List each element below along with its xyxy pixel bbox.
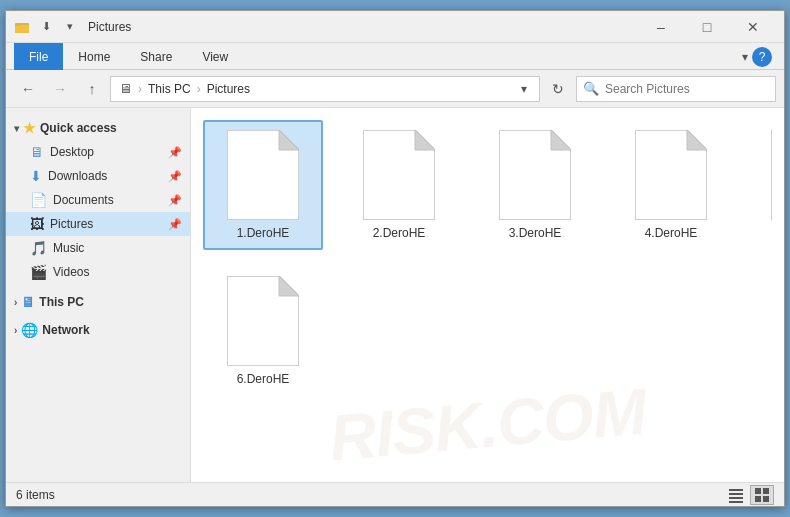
svg-rect-2 bbox=[15, 23, 21, 26]
back-button[interactable]: ← bbox=[14, 75, 42, 103]
downloads-icon: ⬇ bbox=[30, 168, 42, 184]
sidebar-section-network[interactable]: › 🌐 Network bbox=[6, 318, 190, 342]
sidebar-item-pictures[interactable]: 🖼 Pictures 📌 bbox=[6, 212, 190, 236]
forward-button[interactable]: → bbox=[46, 75, 74, 103]
svg-marker-6 bbox=[415, 130, 435, 150]
pin-icon-documents: 📌 bbox=[168, 194, 182, 207]
title-bar-controls: – □ ✕ bbox=[638, 11, 776, 43]
pin-icon-downloads: 📌 bbox=[168, 170, 182, 183]
sidebar-item-desktop[interactable]: 🖥 Desktop 📌 bbox=[6, 140, 190, 164]
up-button[interactable]: ↑ bbox=[78, 75, 106, 103]
svg-rect-20 bbox=[763, 488, 769, 494]
search-icon: 🔍 bbox=[583, 81, 599, 96]
tab-file[interactable]: File bbox=[14, 43, 63, 70]
quick-access-star-icon: ★ bbox=[23, 120, 36, 136]
svg-marker-8 bbox=[551, 130, 571, 150]
window: ⬇ ▾ Pictures – □ ✕ File Home Share View … bbox=[5, 10, 785, 507]
navigation-bar: ← → ↑ 🖥 › This PC › Pictures ▾ ↻ 🔍 bbox=[6, 70, 784, 108]
svg-rect-21 bbox=[755, 496, 761, 502]
svg-marker-10 bbox=[687, 130, 707, 150]
svg-rect-15 bbox=[729, 489, 743, 491]
file-name-1: 1.DeroHE bbox=[237, 226, 290, 240]
file-icon-6 bbox=[227, 276, 299, 366]
svg-marker-14 bbox=[279, 276, 299, 296]
refresh-button[interactable]: ↻ bbox=[544, 75, 572, 103]
item-count: 6 items bbox=[16, 488, 55, 502]
minimize-button[interactable]: – bbox=[638, 11, 684, 43]
file-name-3: 3.DeroHE bbox=[509, 226, 562, 240]
file-icon-4 bbox=[635, 130, 707, 220]
quick-access-toolbar: ⬇ ▾ bbox=[36, 17, 80, 37]
files-grid: 1.DeroHE 2.DeroHE bbox=[203, 120, 772, 470]
file-item-4[interactable]: 4.DeroHE bbox=[611, 120, 731, 250]
address-separator2: › bbox=[197, 82, 201, 96]
quick-access-chevron: ▾ bbox=[14, 123, 19, 134]
window-icon bbox=[14, 19, 30, 35]
pin-icon-pictures: 📌 bbox=[168, 218, 182, 231]
file-item-1[interactable]: 1.DeroHE bbox=[203, 120, 323, 250]
maximize-button[interactable]: □ bbox=[684, 11, 730, 43]
svg-rect-22 bbox=[763, 496, 769, 502]
file-item-3[interactable]: 3.DeroHE bbox=[475, 120, 595, 250]
network-label: Network bbox=[42, 323, 89, 337]
pictures-icon: 🖼 bbox=[30, 216, 44, 232]
search-input[interactable] bbox=[605, 82, 769, 96]
file-icon-3 bbox=[499, 130, 571, 220]
search-box[interactable]: 🔍 bbox=[576, 76, 776, 102]
large-icons-view-btn[interactable] bbox=[750, 485, 774, 505]
close-button[interactable]: ✕ bbox=[730, 11, 776, 43]
address-separator: › bbox=[138, 82, 142, 96]
sidebar: ▾ ★ Quick access 🖥 Desktop 📌 ⬇ Downloads… bbox=[6, 108, 191, 482]
title-bar: ⬇ ▾ Pictures – □ ✕ bbox=[6, 11, 784, 43]
sidebar-item-music[interactable]: 🎵 Music bbox=[6, 236, 190, 260]
file-name-2: 2.DeroHE bbox=[373, 226, 426, 240]
tab-share[interactable]: Share bbox=[125, 43, 187, 70]
documents-icon: 📄 bbox=[30, 192, 47, 208]
qa-properties-btn[interactable]: ⬇ bbox=[36, 17, 56, 37]
file-icon-2 bbox=[363, 130, 435, 220]
view-toggle bbox=[724, 485, 774, 505]
file-item-6[interactable]: 6.DeroHE bbox=[203, 266, 323, 396]
network-chevron: › bbox=[14, 325, 17, 336]
desktop-icon: 🖥 bbox=[30, 144, 44, 160]
tab-view[interactable]: View bbox=[187, 43, 243, 70]
sidebar-item-documents[interactable]: 📄 Documents 📌 bbox=[6, 188, 190, 212]
this-pc-icon: 🖥 bbox=[21, 294, 35, 310]
main-content: ▾ ★ Quick access 🖥 Desktop 📌 ⬇ Downloads… bbox=[6, 108, 784, 482]
address-pictures[interactable]: Pictures bbox=[207, 82, 250, 96]
address-bar[interactable]: 🖥 › This PC › Pictures ▾ bbox=[110, 76, 540, 102]
address-this-pc[interactable]: This PC bbox=[148, 82, 191, 96]
sidebar-section-quick-access[interactable]: ▾ ★ Quick access bbox=[6, 116, 190, 140]
sidebar-item-downloads[interactable]: ⬇ Downloads 📌 bbox=[6, 164, 190, 188]
tab-home[interactable]: Home bbox=[63, 43, 125, 70]
window-title: Pictures bbox=[88, 20, 638, 34]
ribbon-collapse-btn[interactable]: ▾ bbox=[742, 50, 748, 64]
file-item-5[interactable]: 5.DeroHE bbox=[747, 120, 772, 250]
qa-dropdown-btn[interactable]: ▾ bbox=[60, 17, 80, 37]
help-button[interactable]: ? bbox=[752, 47, 772, 67]
file-icon-5 bbox=[771, 130, 772, 220]
file-area: RISK.COM 1.DeroHE bbox=[191, 108, 784, 482]
file-name-4: 4.DeroHE bbox=[645, 226, 698, 240]
file-icon-1 bbox=[227, 130, 299, 220]
ribbon-tabs: File Home Share View ▾ ? bbox=[6, 43, 784, 70]
svg-rect-16 bbox=[729, 493, 743, 495]
this-pc-chevron: › bbox=[14, 297, 17, 308]
address-folder-icon: 🖥 bbox=[119, 81, 132, 96]
list-view-btn[interactable] bbox=[724, 485, 748, 505]
videos-icon: 🎬 bbox=[30, 264, 47, 280]
svg-marker-11 bbox=[771, 130, 772, 220]
this-pc-label: This PC bbox=[39, 295, 84, 309]
svg-rect-19 bbox=[755, 488, 761, 494]
svg-rect-18 bbox=[729, 501, 743, 503]
pin-icon-desktop: 📌 bbox=[168, 146, 182, 159]
network-icon: 🌐 bbox=[21, 322, 38, 338]
svg-rect-1 bbox=[15, 25, 29, 33]
address-dropdown-btn[interactable]: ▾ bbox=[517, 82, 531, 96]
file-name-6: 6.DeroHE bbox=[237, 372, 290, 386]
sidebar-item-videos[interactable]: 🎬 Videos bbox=[6, 260, 190, 284]
quick-access-label: Quick access bbox=[40, 121, 117, 135]
sidebar-section-this-pc[interactable]: › 🖥 This PC bbox=[6, 290, 190, 314]
svg-rect-17 bbox=[729, 497, 743, 499]
file-item-2[interactable]: 2.DeroHE bbox=[339, 120, 459, 250]
